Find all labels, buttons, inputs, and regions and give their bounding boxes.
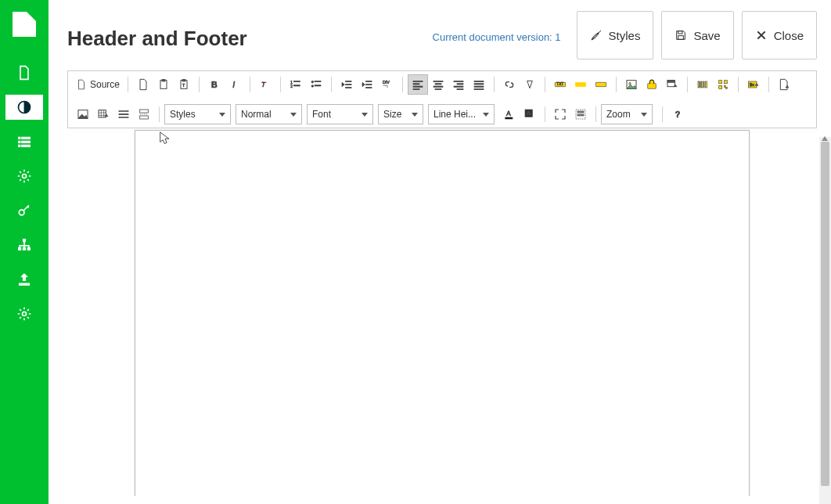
close-icon: [755, 29, 768, 41]
zoom-combo[interactable]: Zoom: [601, 104, 653, 124]
svg-text:$x: $x: [750, 82, 754, 87]
close-button[interactable]: Close: [742, 11, 817, 59]
svg-rect-45: [435, 84, 441, 85]
svg-rect-64: [667, 81, 675, 83]
editor-page[interactable]: [135, 130, 750, 496]
svg-rect-20: [182, 79, 185, 81]
source-button[interactable]: Source: [73, 74, 123, 95]
svg-rect-72: [719, 85, 722, 88]
show-blocks-icon[interactable]: [570, 104, 591, 124]
lock-field-icon[interactable]: [642, 74, 662, 95]
numbered-list-icon[interactable]: 12: [286, 74, 306, 95]
font-combo[interactable]: Font: [307, 104, 373, 124]
indent-icon[interactable]: [357, 74, 377, 95]
side-item-document[interactable]: [5, 60, 43, 85]
svg-point-61: [629, 82, 631, 85]
svg-rect-81: [119, 117, 128, 117]
svg-rect-40: [413, 81, 423, 81]
svg-rect-18: [162, 79, 165, 81]
qrcode-icon[interactable]: [713, 74, 733, 95]
new-page-icon[interactable]: [133, 74, 153, 95]
svg-text:TXT: TXT: [556, 82, 563, 86]
editor-toolbar: Source T B I T 12 DIV: [67, 70, 817, 128]
svg-text:1: 1: [290, 81, 293, 85]
svg-text:DIV: DIV: [383, 80, 390, 85]
section-icon[interactable]: [570, 74, 591, 95]
doc-dropdown-icon[interactable]: [774, 74, 794, 95]
styles-combo[interactable]: Styles: [164, 104, 231, 124]
variable-dropdown-icon[interactable]: $x: [743, 74, 764, 95]
svg-rect-71: [724, 81, 727, 84]
bold-icon[interactable]: B: [204, 74, 225, 95]
svg-rect-52: [474, 81, 484, 81]
bg-color-icon[interactable]: A: [520, 104, 540, 124]
side-item-upload[interactable]: [5, 267, 43, 292]
svg-rect-70: [719, 81, 722, 84]
svg-rect-41: [413, 84, 419, 85]
side-item-key[interactable]: [5, 198, 43, 223]
side-item-gear[interactable]: [5, 164, 43, 189]
paste-text-icon[interactable]: T: [174, 74, 194, 95]
align-right-icon[interactable]: [448, 74, 469, 95]
svg-point-14: [23, 312, 27, 316]
table-dropdown-icon[interactable]: [93, 104, 113, 124]
help-icon[interactable]: ?: [667, 104, 688, 124]
maximize-icon[interactable]: [550, 104, 570, 124]
scroll-thumb[interactable]: [821, 142, 829, 486]
scrollbar[interactable]: [819, 137, 831, 504]
svg-rect-11: [23, 247, 25, 250]
svg-rect-5: [22, 141, 31, 143]
picture-icon[interactable]: [73, 104, 93, 124]
svg-text:B: B: [211, 80, 218, 89]
version-label: Current document version: 1: [433, 11, 566, 43]
txt-field-icon[interactable]: TXT: [550, 74, 570, 95]
link-icon[interactable]: [499, 74, 520, 95]
styles-button[interactable]: Styles: [577, 11, 654, 59]
image-icon[interactable]: [621, 74, 642, 95]
svg-rect-44: [433, 81, 443, 81]
italic-icon[interactable]: I: [225, 74, 245, 95]
save-button[interactable]: Save: [661, 11, 733, 59]
outdent-icon[interactable]: [336, 74, 357, 95]
save-button-label: Save: [693, 29, 720, 42]
paste-icon[interactable]: [153, 74, 174, 95]
feather-icon: [590, 29, 603, 41]
block-icon[interactable]: [591, 74, 611, 95]
text-color-icon[interactable]: A: [499, 104, 520, 124]
format-combo[interactable]: Normal: [236, 104, 302, 124]
align-left-icon[interactable]: [408, 74, 428, 95]
side-item-org[interactable]: [5, 232, 43, 257]
align-center-icon[interactable]: [428, 74, 448, 95]
svg-rect-3: [19, 145, 21, 147]
hr-icon[interactable]: [113, 104, 134, 124]
pagebreak-icon[interactable]: [134, 104, 154, 124]
svg-rect-33: [346, 81, 351, 81]
svg-rect-28: [293, 85, 300, 86]
justify-icon[interactable]: [469, 74, 489, 95]
svg-point-7: [23, 175, 27, 178]
svg-rect-53: [474, 84, 484, 85]
svg-rect-6: [22, 145, 31, 147]
svg-rect-50: [454, 86, 463, 87]
bullet-list-icon[interactable]: [306, 74, 326, 95]
clear-format-icon[interactable]: T: [255, 74, 275, 95]
side-item-list[interactable]: [5, 129, 43, 154]
lineheight-combo[interactable]: Line Hei...: [428, 104, 495, 124]
svg-rect-43: [413, 88, 419, 89]
svg-text:A: A: [527, 110, 531, 117]
side-item-settings[interactable]: [5, 301, 43, 326]
svg-rect-27: [293, 81, 300, 81]
svg-rect-79: [119, 110, 128, 111]
svg-rect-62: [648, 84, 657, 89]
layout-dropdown-icon[interactable]: [662, 74, 682, 95]
svg-rect-51: [457, 88, 463, 89]
svg-rect-1: [19, 137, 21, 139]
svg-rect-90: [577, 114, 584, 116]
barcode-icon[interactable]: [692, 74, 713, 95]
side-item-contrast[interactable]: [5, 95, 43, 120]
div-icon[interactable]: DIV: [377, 74, 398, 95]
svg-rect-55: [474, 88, 484, 89]
svg-rect-66: [700, 81, 701, 88]
anchor-icon[interactable]: [520, 74, 540, 95]
size-combo[interactable]: Size: [378, 104, 423, 124]
